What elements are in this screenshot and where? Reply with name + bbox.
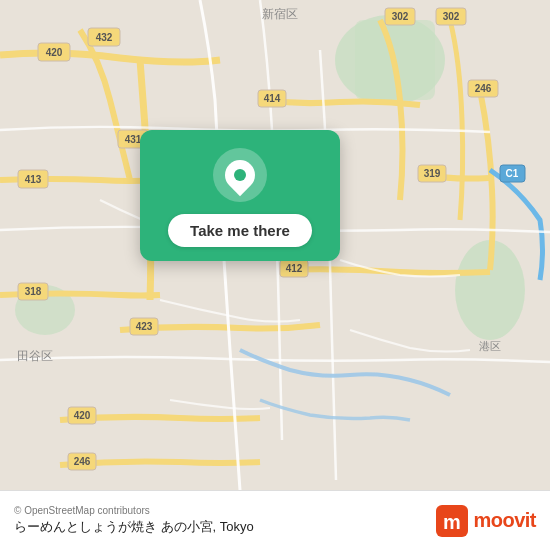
svg-text:302: 302 <box>392 11 409 22</box>
bottom-bar: © OpenStreetMap contributors らーめんとしょうが焼き… <box>0 490 550 550</box>
take-me-there-button[interactable]: Take me there <box>168 214 312 247</box>
svg-text:319: 319 <box>424 168 441 179</box>
map-pin-icon <box>219 154 261 196</box>
svg-text:413: 413 <box>25 174 42 185</box>
location-card: Take me there <box>140 130 340 261</box>
bottom-info: © OpenStreetMap contributors らーめんとしょうが焼き… <box>14 505 254 536</box>
place-name: らーめんとしょうが焼き あの小宮, Tokyo <box>14 518 254 536</box>
map-container: 420 432 431 413 414 302 302 318 246 319 … <box>0 0 550 490</box>
moovit-logo: m moovit <box>436 505 536 537</box>
moovit-icon: m <box>436 505 468 537</box>
svg-text:246: 246 <box>74 456 91 467</box>
svg-text:302: 302 <box>443 11 460 22</box>
svg-text:414: 414 <box>264 93 281 104</box>
svg-text:246: 246 <box>475 83 492 94</box>
svg-text:田谷区: 田谷区 <box>17 349 53 363</box>
svg-text:420: 420 <box>74 410 91 421</box>
moovit-brand-text: moovit <box>473 509 536 532</box>
pin-icon-wrap <box>213 148 267 202</box>
svg-text:420: 420 <box>46 47 63 58</box>
svg-text:新宿区: 新宿区 <box>262 7 298 21</box>
svg-text:432: 432 <box>96 32 113 43</box>
svg-text:423: 423 <box>136 321 153 332</box>
svg-text:C1: C1 <box>506 168 519 179</box>
svg-text:m: m <box>444 511 462 533</box>
svg-text:318: 318 <box>25 286 42 297</box>
svg-text:港区: 港区 <box>479 340 501 352</box>
svg-text:412: 412 <box>286 263 303 274</box>
osm-attribution: © OpenStreetMap contributors <box>14 505 254 516</box>
